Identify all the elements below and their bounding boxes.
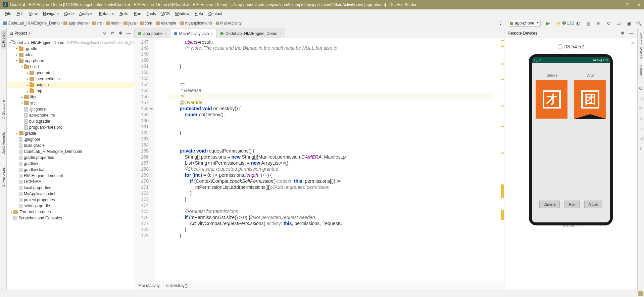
run-button[interactable]: ▶ bbox=[545, 20, 551, 26]
tree-row[interactable]: .gitignore bbox=[7, 136, 134, 142]
crumb-class[interactable]: MainActivity bbox=[138, 283, 160, 288]
tree-row[interactable]: ▸intermediates bbox=[7, 76, 134, 82]
tree-row[interactable]: ▸generated bbox=[7, 70, 134, 76]
tree-row[interactable]: gradle.properties bbox=[7, 155, 134, 161]
menu-view[interactable]: View bbox=[26, 11, 40, 16]
project-view-selector[interactable]: ▤ Project bbox=[9, 31, 31, 36]
tree-row[interactable]: Scratches and Consoles bbox=[7, 215, 134, 221]
recents-icon[interactable]: ◁ bbox=[639, 136, 643, 141]
breadcrumb-item[interactable]: example bbox=[156, 21, 176, 26]
crumb-method[interactable]: onDestroy() bbox=[166, 283, 187, 288]
tree-row[interactable]: gradlew bbox=[7, 161, 134, 167]
tree-row[interactable]: ▸outputs bbox=[7, 82, 134, 88]
tree-row[interactable]: ▾CodeLab_HIAIEngine_DemoD:\DS\tuxiangcha… bbox=[7, 40, 134, 46]
settings-icon[interactable]: ✱ bbox=[118, 31, 123, 36]
favorites-tool-tab[interactable]: 2: Favorites bbox=[1, 166, 6, 188]
breadcrumb-item[interactable]: com bbox=[140, 21, 152, 26]
close-tab-icon[interactable]: × bbox=[164, 32, 166, 36]
tree-row[interactable]: project.properties bbox=[7, 197, 134, 203]
tree-row[interactable]: ▾.gradle bbox=[7, 46, 134, 52]
tree-row[interactable]: ▾app-phone bbox=[7, 58, 134, 64]
tree-row[interactable]: ▾gradle bbox=[7, 130, 134, 136]
remote-close-icon[interactable]: ✕ bbox=[631, 40, 635, 46]
tree-row[interactable]: proguard-rules.pro bbox=[7, 124, 134, 130]
tree-row[interactable]: build.gradle bbox=[7, 142, 134, 148]
menu-edit[interactable]: Edit bbox=[14, 11, 26, 16]
menu-build[interactable]: Build bbox=[117, 11, 131, 16]
volume-icon[interactable]: ▢ bbox=[639, 96, 643, 101]
breadcrumb-item[interactable]: main bbox=[106, 21, 119, 26]
rotate-icon[interactable]: ⟳ bbox=[639, 106, 643, 111]
project-tool-tab[interactable]: 1: Project bbox=[1, 30, 6, 48]
menu-tools[interactable]: Tools bbox=[144, 11, 159, 16]
tree-row[interactable]: local.properties bbox=[7, 185, 134, 191]
tree-row[interactable]: ▸.idea bbox=[7, 52, 134, 58]
tree-row[interactable]: settings.gradle bbox=[7, 203, 134, 209]
close-tab-icon[interactable]: × bbox=[211, 32, 213, 36]
remote-settings-icon[interactable]: ✱ bbox=[620, 31, 625, 36]
search-button[interactable]: 🔍 bbox=[636, 20, 641, 26]
power-icon[interactable]: ⏻ bbox=[639, 86, 643, 91]
close-button[interactable]: ✕ bbox=[637, 2, 641, 7]
tree-row[interactable]: ▸libs bbox=[7, 94, 134, 100]
minimize-button[interactable]: — bbox=[614, 2, 618, 7]
attach-button[interactable]: ▤ bbox=[586, 20, 591, 26]
run-config-selector[interactable]: app-phone bbox=[508, 20, 541, 27]
memory-indicator[interactable] bbox=[638, 291, 643, 296]
tree-row[interactable]: .gitignore bbox=[7, 106, 134, 112]
breadcrumb-item[interactable]: myapplication6 bbox=[180, 21, 212, 26]
tree-row[interactable]: ▸tmp bbox=[7, 88, 134, 94]
project-tree[interactable]: ▾CodeLab_HIAIEngine_DemoD:\DS\tuxiangcha… bbox=[7, 38, 134, 290]
build-icon[interactable]: ⤸ bbox=[498, 20, 503, 26]
device-screen[interactable]: Before After 才 团 CameraRunAlbum bbox=[532, 63, 610, 222]
editor-tab[interactable]: CodeLab_HIAIEngine_Demo× bbox=[216, 29, 285, 38]
breadcrumb-item[interactable]: app-phone bbox=[63, 21, 88, 26]
upload-icon[interactable]: ⇧ bbox=[639, 146, 643, 151]
tree-row[interactable]: LICENSE bbox=[7, 179, 134, 185]
error-stripe[interactable] bbox=[501, 38, 504, 281]
sdk-button[interactable]: ▣ bbox=[626, 20, 631, 26]
remote-devices-tool-tab[interactable]: Remote Devices bbox=[638, 30, 644, 60]
profile-button[interactable]: ◐ bbox=[576, 20, 581, 26]
breadcrumb-item[interactable]: CMainActivity bbox=[216, 21, 242, 26]
editor-tab[interactable]: CMainActivity.java× bbox=[170, 29, 217, 38]
tree-row[interactable]: HIAIEngine_demo.iml bbox=[7, 173, 134, 179]
hide-panel-icon[interactable]: — bbox=[126, 31, 131, 36]
remote-hide-icon[interactable]: — bbox=[629, 31, 634, 36]
breadcrumb-item[interactable]: CodeLab_HIAIEngine_Demo bbox=[3, 21, 60, 26]
structure-tool-tab[interactable]: 7: Structure bbox=[1, 99, 6, 121]
device-album-button[interactable]: Album bbox=[584, 201, 602, 208]
apply-changes-button[interactable]: ⚡ bbox=[555, 20, 561, 26]
fold-column[interactable] bbox=[154, 38, 159, 281]
tree-row[interactable]: MyApplication.iml bbox=[7, 191, 134, 197]
stop-button[interactable]: ■ bbox=[596, 20, 601, 26]
buildvariants-tool-tab[interactable]: Build Variants bbox=[1, 131, 6, 156]
close-tab-icon[interactable]: × bbox=[280, 32, 282, 36]
breadcrumb-item[interactable]: java bbox=[123, 21, 136, 26]
code-body[interactable]: object=result; /** Note: The result and … bbox=[159, 38, 504, 281]
tree-row[interactable]: build.gradle bbox=[7, 118, 134, 124]
back-icon[interactable]: ○ bbox=[639, 126, 643, 131]
gradle-tool-tab[interactable]: Gradle bbox=[638, 63, 644, 77]
home-icon[interactable]: □ bbox=[639, 116, 643, 121]
sync-button[interactable]: ⟲ bbox=[606, 20, 611, 26]
menu-run[interactable]: Run bbox=[131, 11, 144, 16]
editor-tab[interactable]: app-phone× bbox=[134, 29, 170, 38]
menu-window[interactable]: Window bbox=[172, 11, 192, 16]
menu-vcs[interactable]: VCS bbox=[159, 11, 172, 16]
menu-contact[interactable]: Contact bbox=[206, 11, 225, 16]
device-camera-button[interactable]: Camera bbox=[539, 201, 560, 208]
tree-row[interactable]: CodeLab_HIAIEngine_Demo.iml bbox=[7, 148, 134, 155]
breadcrumb-item[interactable]: src bbox=[92, 21, 102, 26]
avd-button[interactable]: ▭ bbox=[616, 20, 621, 26]
tree-row[interactable]: app-phone.iml bbox=[7, 112, 134, 118]
tree-row[interactable]: ▸External Libraries bbox=[7, 209, 134, 215]
locate-icon[interactable]: ⊙ bbox=[102, 31, 107, 36]
menu-navigate[interactable]: Navigate bbox=[40, 11, 61, 16]
menu-analyze[interactable]: Analyze bbox=[77, 11, 96, 16]
code-area[interactable]: 147148149150151152153154155156157o↑15815… bbox=[134, 38, 504, 281]
menu-help[interactable]: Help bbox=[192, 11, 206, 16]
debug-button[interactable]: �122 bbox=[565, 20, 571, 26]
menu-code[interactable]: Code bbox=[61, 11, 77, 16]
menu-refactor[interactable]: Refactor bbox=[96, 11, 117, 16]
